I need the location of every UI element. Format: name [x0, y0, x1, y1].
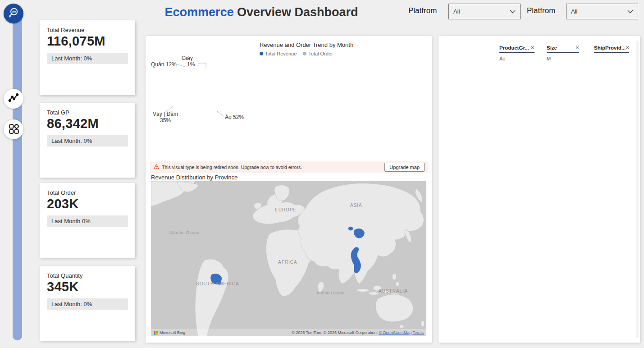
filter-label-platform-2: Platfrom: [527, 6, 555, 15]
map-label-south-america: SOUTH AMERICA: [196, 281, 239, 286]
kpi-subtitle: Last Month 0%: [47, 215, 128, 227]
microsoft-logo: [154, 331, 158, 335]
donut-label-giay: Giày: [182, 55, 193, 61]
kpi-subtitle: Last Month: 0%: [47, 298, 128, 310]
world-map[interactable]: EUROPE ASIA AFRICA SOUTH AMERICA AUSTRAL…: [151, 181, 426, 336]
kpi-card-total-quantity: Total Quantity 345K Last Month: 0%: [40, 266, 135, 341]
map-attribution: Microsoft Bing © 2026 TomTom, © 2026 Mic…: [151, 329, 426, 336]
filter-dropdown-platform-1[interactable]: All: [448, 4, 521, 19]
kpi-title: Total GP: [47, 109, 128, 116]
sidebar-item-overview[interactable]: [4, 4, 23, 23]
donut-chart: Giày 1% Quần 12% Váy | Đầm 35% Áo 52%: [149, 44, 254, 151]
chevron-down-icon: [510, 8, 516, 15]
chart-legend: Total Revenue Total Order: [260, 51, 333, 56]
map-label-africa: AFRICA: [278, 260, 297, 265]
map-label-asia: ASIA: [350, 203, 362, 208]
chart-title: Revenue and Order Trend by Month: [260, 41, 353, 48]
filter-value: All: [453, 8, 460, 15]
map-label-australia: AUSTRALIA: [379, 288, 408, 293]
legend-item-revenue[interactable]: Total Revenue: [260, 51, 297, 56]
filter-value: All: [571, 8, 577, 15]
kpi-subtitle: Last Month: 0%: [47, 53, 128, 64]
center-visual-panel: Giày 1% Quần 12% Váy | Đầm 35% Áo 52% Re…: [146, 36, 432, 343]
donut-label-giay-pct: 1%: [187, 61, 195, 68]
donut-label-ao: Áo 52%: [225, 114, 244, 120]
donut-hole: [181, 78, 224, 120]
decomposition-tree-panel: ProductGr... ✕ Áo Size ✕ M ShipProvid...…: [438, 36, 640, 343]
kpi-value: 203K: [47, 197, 128, 211]
sidebar-track: [13, 11, 22, 340]
terms-link[interactable]: Terms: [413, 330, 424, 335]
kpi-value: 345K: [47, 279, 128, 294]
map-canvas: [151, 181, 426, 336]
dashboard-root: Total Revenue 116,075M Last Month: 0% To…: [0, 0, 644, 348]
page-title-accent: Ecommerce: [164, 5, 233, 19]
page-title: Ecommerce Overview Dashboard: [146, 5, 376, 19]
donut-label-vay: Váy | Đầm 35%: [149, 111, 182, 124]
kpi-card-total-gp: Total GP 86,342M Last Month: 0%: [40, 103, 135, 178]
openstreetmap-link[interactable]: © OpenStreetMap: [379, 330, 411, 335]
tree-nodes-layer: [438, 36, 640, 343]
map-logo-text: Microsoft Bing: [160, 330, 185, 335]
legend-dot-blue: [260, 52, 263, 55]
kpi-title: Total Order: [47, 189, 128, 196]
kpi-subtitle: Last Month: 0%: [47, 135, 128, 147]
report-search-icon: [8, 7, 19, 20]
kpi-title: Total Quantity: [47, 272, 128, 279]
kpi-value: 86,342M: [47, 116, 128, 131]
trend-line-chart: Revenue and Order Trend by Month Total R…: [256, 39, 431, 152]
y-axis: [421, 59, 431, 147]
upgrade-map-button[interactable]: Upgrade map: [384, 163, 425, 172]
trend-line-icon: [8, 92, 19, 105]
filter-dropdown-platform-2[interactable]: All: [566, 4, 638, 19]
sidebar-item-category[interactable]: [4, 119, 23, 139]
donut-label-quan: Quần 12%: [151, 61, 177, 68]
map-label-atlantic-ocean: Atlantic Ocean: [169, 230, 199, 235]
map-title: Revenue Distribution by Province: [151, 174, 238, 181]
trend-plot-area[interactable]: [257, 59, 421, 147]
page-title-rest: Overview Dashboard: [233, 5, 358, 19]
filter-label-platform-1: Platfrom: [408, 6, 437, 15]
chevron-down-icon: [627, 8, 633, 15]
kpi-card-total-revenue: Total Revenue 116,075M Last Month: 0%: [40, 20, 135, 95]
legend-item-order[interactable]: Total Order: [303, 51, 333, 56]
kpi-title: Total Revenue: [47, 27, 128, 33]
legend-dot-gray: [303, 52, 306, 55]
kpi-value: 116,075M: [47, 34, 128, 49]
scrollbar[interactable]: [636, 41, 639, 338]
category-grid-icon: [8, 123, 19, 136]
warning-icon: [154, 163, 159, 171]
retired-visual-warning: This visual type is being retired soon. …: [150, 161, 428, 173]
map-label-europe: EUROPE: [275, 207, 297, 212]
kpi-card-total-order: Total Order 203K Last Month 0%: [40, 183, 135, 258]
map-copyright: © 2026 TomTom, © 2026 Microsoft Corporat…: [292, 330, 378, 335]
map-label-indian-ocean: Indian Ocean: [317, 290, 344, 295]
warning-text: This visual type is being retired soon. …: [162, 165, 302, 170]
sidebar-item-trend[interactable]: [4, 89, 23, 109]
